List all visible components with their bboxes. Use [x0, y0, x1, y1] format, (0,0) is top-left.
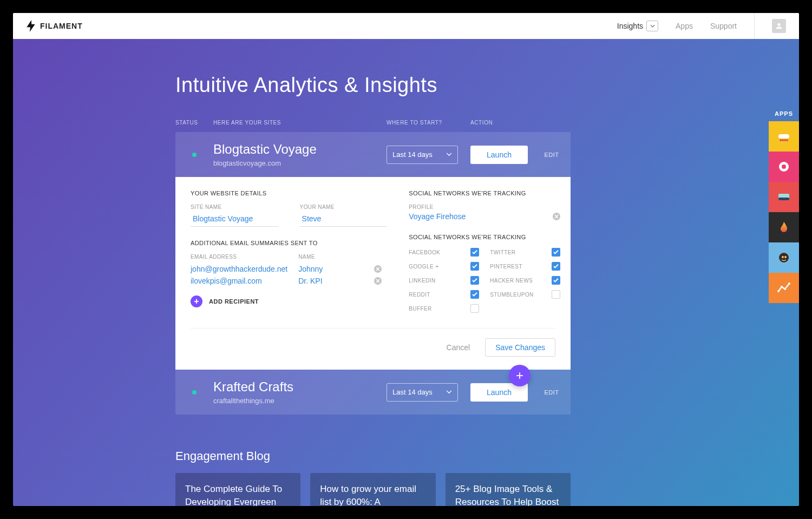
date-range-value: Last 14 days — [392, 388, 433, 396]
add-recipient-label: ADD RECIPIENT — [209, 298, 259, 305]
your-name-input[interactable] — [300, 212, 388, 227]
blog-card[interactable]: 25+ Blog Image Tools & Resources To Help… — [446, 473, 571, 506]
svg-point-13 — [781, 286, 783, 288]
recipient-email: john@growthhackerdude.net — [191, 265, 287, 273]
launch-button[interactable]: Launch — [470, 146, 528, 164]
plus-icon: + — [191, 295, 202, 307]
network-checkbox[interactable] — [552, 262, 560, 271]
network-toggle: STUMBLEUPON — [490, 290, 560, 299]
network-checkbox[interactable] — [470, 262, 479, 271]
network-label: TWITTER — [490, 249, 515, 255]
edit-link[interactable]: EDIT — [535, 389, 568, 396]
svg-point-1 — [780, 139, 782, 141]
site-url: blogtasticvoyage.com — [213, 159, 387, 167]
site-name: Blogtastic Voyage — [213, 142, 387, 157]
svg-point-14 — [784, 288, 786, 290]
network-checkbox[interactable] — [552, 276, 560, 285]
check-icon — [472, 264, 477, 268]
network-checkbox[interactable] — [470, 290, 479, 299]
date-range-dropdown[interactable]: Last 14 days — [387, 146, 458, 164]
svg-point-4 — [786, 139, 788, 141]
rail-mailchimp-app[interactable] — [769, 242, 799, 273]
cancel-button[interactable]: Cancel — [447, 343, 470, 352]
check-icon — [553, 278, 559, 283]
network-label: FACEBOOK — [409, 249, 440, 255]
tracking-label: SOCIAL NETWORKS WE'RE TRACKING — [409, 190, 560, 196]
network-checkbox[interactable] — [552, 290, 560, 299]
check-icon — [472, 278, 477, 283]
brand-name: FILAMENT — [40, 22, 83, 30]
svg-point-10 — [782, 256, 784, 258]
col-sites: HERE ARE YOUR SITES — [213, 120, 387, 126]
close-icon — [376, 279, 380, 283]
chevron-down-icon — [446, 390, 452, 394]
page-title: Intuitive Analytics & Insights — [175, 74, 717, 97]
network-label: PINTEREST — [490, 264, 522, 270]
recipient-row: john@growthhackerdude.net Johnny — [191, 263, 387, 275]
check-icon — [472, 250, 477, 254]
save-changes-button[interactable]: Save Changes — [485, 338, 555, 357]
rail-flare-app[interactable] — [769, 121, 799, 152]
column-headers: STATUS HERE ARE YOUR SITES WHERE TO STAR… — [175, 97, 717, 132]
rail-analytics-app[interactable] — [769, 273, 799, 303]
remove-recipient-button[interactable] — [374, 265, 382, 273]
network-toggle: TWITTER — [490, 248, 560, 257]
tracking-label-2: SOCIAL NETWORKS WE'RE TRACKING — [409, 234, 560, 240]
blog-title: Engagement Blog — [175, 449, 717, 463]
add-site-fab[interactable]: + — [509, 365, 531, 386]
nav-insights[interactable]: Insights — [617, 21, 658, 31]
network-checkbox[interactable] — [552, 248, 560, 257]
website-details-label: YOUR WEBSITE DETAILS — [191, 190, 387, 196]
bolt-icon — [26, 20, 36, 32]
remove-profile-button[interactable] — [553, 213, 560, 220]
site-name-label: SITE NAME — [191, 204, 278, 210]
col-status: STATUS — [175, 120, 213, 126]
network-checkbox[interactable] — [470, 276, 479, 285]
nav-apps[interactable]: Apps — [676, 22, 693, 30]
site-url: craftallthethings.me — [213, 397, 387, 405]
svg-point-6 — [782, 165, 786, 169]
networks-grid: FACEBOOKTWITTERGOOGLE +PINTERESTLINKEDIN… — [409, 248, 560, 313]
network-toggle: LINKEDIN — [409, 276, 479, 285]
card-icon — [776, 189, 791, 205]
top-nav: Insights Apps Support — [617, 13, 786, 39]
flare-icon — [776, 129, 791, 144]
rail-flame-app[interactable] — [769, 212, 799, 242]
network-checkbox[interactable] — [470, 248, 479, 257]
top-bar: FILAMENT Insights Apps Support — [13, 13, 799, 39]
date-range-dropdown[interactable]: Last 14 days — [387, 383, 458, 402]
person-icon — [775, 22, 783, 30]
add-recipient-button[interactable]: + ADD RECIPIENT — [191, 295, 387, 307]
rail-card-app[interactable] — [769, 182, 799, 212]
check-icon — [472, 292, 477, 297]
rail-badge-app[interactable] — [769, 152, 799, 182]
network-checkbox[interactable] — [470, 304, 479, 313]
network-label: STUMBLEUPON — [490, 292, 534, 298]
svg-rect-8 — [778, 198, 789, 200]
nav-divider — [754, 13, 755, 39]
site-row: Blogtastic Voyage blogtasticvoyage.com L… — [175, 132, 571, 177]
apps-rail-label: APPS — [769, 110, 799, 117]
check-icon — [553, 264, 559, 268]
nav-insights-dropdown[interactable] — [646, 21, 658, 31]
blog-card[interactable]: How to grow your email list by 600%: A — [310, 473, 435, 506]
check-icon — [553, 250, 559, 254]
your-name-label: YOUR NAME — [300, 204, 388, 210]
network-toggle: PINTEREST — [490, 262, 560, 271]
flame-icon — [776, 220, 791, 235]
blog-card[interactable]: The Complete Guide To Developing Evergre… — [175, 473, 300, 506]
profile-name[interactable]: Voyage Firehose — [409, 212, 466, 221]
remove-recipient-button[interactable] — [374, 277, 382, 285]
network-toggle: FACEBOOK — [409, 248, 479, 257]
edit-link[interactable]: EDIT — [535, 152, 568, 158]
site-name-input[interactable] — [191, 212, 278, 227]
brand-logo[interactable]: FILAMENT — [26, 20, 83, 32]
status-dot — [192, 390, 197, 395]
user-avatar[interactable] — [772, 19, 786, 33]
analytics-icon — [776, 280, 791, 295]
additional-emails-label: ADDITIONAL EMAIL SUMMARIES SENT TO — [191, 240, 387, 246]
nav-support[interactable]: Support — [710, 22, 737, 30]
svg-point-12 — [777, 290, 780, 292]
recipient-email: ilovekpis@gmail.com — [191, 277, 287, 285]
nav-insights-label: Insights — [617, 22, 643, 30]
